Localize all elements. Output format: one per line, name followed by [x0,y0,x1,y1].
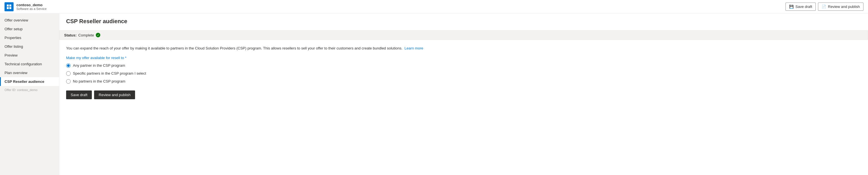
radio-label-any-partner: Any partner in the CSP program [73,63,125,67]
radio-item-any-partner[interactable]: Any partner in the CSP program [66,63,861,68]
sidebar-item-preview[interactable]: Preview [0,51,59,60]
review-publish-button[interactable]: Review and publish [94,90,135,99]
sidebar: Offer overview Offer setup Properties Of… [0,13,59,175]
sidebar-item-offer-setup[interactable]: Offer setup [0,25,59,33]
status-bar: Status: Complete ✓ [59,30,868,40]
app-subtitle: Software as a Service [17,7,46,10]
sidebar-item-technical-configuration[interactable]: Technical configuration [0,60,59,68]
top-save-draft-button[interactable]: 💾 Save draft [785,3,816,11]
publish-icon: 📄 [822,4,826,9]
sidebar-item-csp-reseller-audience[interactable]: CSP Reseller audience [0,77,59,86]
svg-rect-2 [7,7,9,9]
sidebar-label-offer-setup: Offer setup [4,27,23,31]
content-header: CSP Reseller audience [59,13,868,30]
top-review-publish-label: Review and publish [828,4,860,9]
learn-more-link[interactable]: Learn more [405,46,423,50]
sidebar-item-offer-overview[interactable]: Offer overview [0,16,59,25]
page-title: CSP Reseller audience [66,18,861,25]
sidebar-label-technical-configuration: Technical configuration [4,62,42,66]
sidebar-label-csp-reseller-audience: CSP Reseller audience [4,80,44,84]
offer-id-text: Offer ID: contoso_demo [4,88,38,92]
description-content: You can expand the reach of your offer b… [66,46,402,50]
radio-label-no-partners: No partners in the CSP program [73,79,125,83]
radio-label-specific-partners: Specific partners in the CSP program I s… [73,71,146,76]
radio-group: Any partner in the CSP program Specific … [66,63,861,84]
app-branding: contoso_demo Software as a Service [4,2,46,11]
status-value: Complete [78,33,94,37]
radio-item-specific-partners[interactable]: Specific partners in the CSP program I s… [66,71,861,76]
sidebar-label-offer-overview: Offer overview [4,18,28,22]
top-bar: contoso_demo Software as a Service 💾 Sav… [0,0,868,13]
content-area: CSP Reseller audience Status: Complete ✓… [59,13,868,175]
status-label: Status: [64,33,76,37]
top-review-publish-button[interactable]: 📄 Review and publish [818,3,864,11]
status-complete-icon: ✓ [96,33,100,37]
top-save-draft-label: Save draft [795,4,812,9]
action-buttons: Save draft Review and publish [66,90,861,99]
sidebar-offer-id: Offer ID: contoso_demo [0,86,59,94]
content-body: You can expand the reach of your offer b… [59,40,868,105]
sidebar-item-offer-listing[interactable]: Offer listing [0,42,59,51]
app-logo [4,2,13,11]
radio-specific-partners[interactable] [66,71,71,76]
sidebar-item-plan-overview[interactable]: Plan overview [0,68,59,77]
svg-rect-0 [7,4,9,6]
app-title: contoso_demo [17,3,46,7]
top-bar-actions: 💾 Save draft 📄 Review and publish [785,3,864,11]
svg-rect-3 [9,7,11,9]
save-icon: 💾 [789,4,794,9]
section-label: Make my offer available for resell to * [66,56,861,60]
sidebar-item-properties[interactable]: Properties [0,33,59,42]
main-layout: Offer overview Offer setup Properties Of… [0,13,868,175]
radio-item-no-partners[interactable]: No partners in the CSP program [66,79,861,84]
sidebar-label-preview: Preview [4,53,18,57]
sidebar-label-offer-listing: Offer listing [4,45,23,49]
radio-no-partners[interactable] [66,79,71,84]
sidebar-label-properties: Properties [4,36,21,40]
sidebar-label-plan-overview: Plan overview [4,71,27,75]
app-name-block: contoso_demo Software as a Service [17,3,46,10]
save-draft-button[interactable]: Save draft [66,90,92,99]
svg-rect-1 [9,4,11,6]
radio-any-partner[interactable] [66,63,71,68]
description-text: You can expand the reach of your offer b… [66,46,861,51]
